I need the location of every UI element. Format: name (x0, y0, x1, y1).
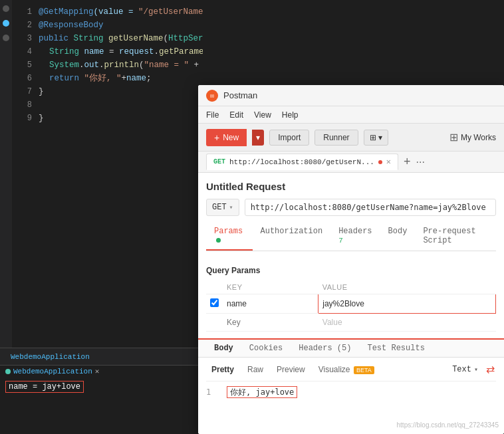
param-row-1: name jay%2Blove (206, 294, 496, 314)
ide-bottom-tabs: WebdemoApplication (0, 348, 203, 366)
method-badge: GET (213, 158, 225, 165)
subtab-raw[interactable]: Raw (242, 363, 269, 376)
col-header-key: KEY (223, 280, 318, 294)
url-bar: GET ▾ (206, 199, 496, 216)
postman-menu: File Edit View Help (198, 106, 504, 124)
tab-modified-dot (378, 160, 382, 164)
postman-titlebar: ✉ Postman (198, 85, 504, 106)
runner-button[interactable]: Runner (315, 130, 358, 146)
myworks-button[interactable]: ⊞ My Works (449, 131, 496, 144)
params-active-indicator (216, 238, 221, 243)
tab-body[interactable]: Body (380, 223, 416, 251)
params-table: KEY VALUE name jay%2Blove Val (206, 280, 496, 332)
sidebar-icon-3 (3, 35, 9, 41)
method-dropdown[interactable]: GET ▾ (206, 199, 239, 216)
import-button[interactable]: Import (269, 130, 309, 146)
response-content: 1 你好, jay+love (206, 381, 496, 403)
query-params-title: Query Params (206, 266, 496, 275)
col-header-value: VALUE (318, 280, 496, 294)
resp-tab-body[interactable]: Body (206, 340, 241, 357)
line-num-1: 1 (206, 387, 211, 397)
line-numbers: 1 2 3 4 5 6 7 8 9 (12, 0, 35, 125)
tab-headers[interactable]: Headers 7 (330, 223, 380, 251)
subtab-visualize[interactable]: Visualize BETA (313, 363, 380, 376)
app-label-2[interactable]: WebdemoApplication ✕ (0, 366, 203, 377)
new-tab-button[interactable]: + (401, 155, 414, 169)
subtab-pretty[interactable]: Pretty (206, 363, 239, 376)
param-key-1[interactable]: name (223, 294, 318, 314)
green-status-dot (5, 369, 11, 374)
resp-tab-test-results[interactable]: Test Results (359, 340, 432, 357)
new-button[interactable]: + New (206, 129, 247, 146)
postman-request-area: Untitled Request GET ▾ Params Authorizat… (198, 173, 504, 259)
param-value-empty[interactable]: Value (318, 314, 496, 332)
param-row-empty: Value (206, 314, 496, 332)
menu-help[interactable]: Help (282, 110, 299, 120)
new-dropdown-button[interactable]: ▾ (252, 130, 264, 146)
response-tabs: Body Cookies Headers (5) Test Results (198, 338, 504, 358)
request-title: Untitled Request (206, 181, 496, 192)
format-select[interactable]: Text ▾ (452, 365, 478, 374)
tab-close-icon[interactable]: ✕ (386, 157, 391, 167)
tab-pre-request[interactable]: Pre-request Script (415, 223, 496, 251)
url-input[interactable] (245, 199, 496, 216)
grid-icon: ⊞ (370, 133, 376, 142)
sidebar-icon-2 (3, 20, 9, 27)
console-value: name = jay+love (5, 381, 84, 393)
apps-button[interactable]: ⊞ ▾ (364, 130, 388, 146)
tab-authorization[interactable]: Authorization (253, 223, 331, 251)
param-checkbox-1[interactable] (210, 298, 219, 307)
subtab-preview[interactable]: Preview (271, 363, 311, 376)
menu-view[interactable]: View (254, 110, 271, 120)
resp-tab-cookies[interactable]: Cookies (241, 340, 291, 357)
param-value-1[interactable]: jay%2Blove (318, 294, 496, 314)
console-output: name = jay+love (0, 377, 203, 397)
postman-request-tabs: GET http://localhost:8080/getUserN... ✕ … (198, 152, 504, 173)
postman-logo: ✉ (206, 90, 218, 102)
app-label-1[interactable]: WebdemoApplication (5, 350, 95, 364)
beta-badge: BETA (354, 366, 374, 374)
param-key-empty[interactable] (227, 318, 315, 327)
response-value: 你好, jay+love (227, 386, 297, 398)
request-tab-1[interactable]: GET http://localhost:8080/getUserN... ✕ (206, 154, 398, 170)
resp-tab-headers[interactable]: Headers (5) (291, 340, 359, 357)
postman-panel: ✉ Postman File Edit View Help + New ▾ Im… (198, 85, 504, 434)
more-tabs-button[interactable]: ··· (416, 156, 425, 168)
postman-toolbar: + New ▾ Import Runner ⊞ ▾ ⊞ My Works (198, 124, 504, 152)
params-section: Query Params KEY VALUE name jay%2Blove (198, 259, 504, 338)
sidebar-icon-1 (3, 5, 9, 12)
menu-edit[interactable]: Edit (229, 110, 243, 120)
wrap-icon[interactable]: ⇄ (485, 362, 496, 377)
tab-params[interactable]: Params (206, 223, 253, 251)
col-header-check (206, 280, 223, 294)
postman-title: Postman (223, 90, 257, 100)
request-sub-tabs: Params Authorization Headers 7 Body Pre-… (206, 223, 496, 251)
response-subtabs: Pretty Raw Preview Visualize BETA Text ▾… (206, 358, 496, 381)
method-arrow-icon: ▾ (229, 203, 233, 211)
tab-url: http://localhost:8080/getUserN... (229, 158, 374, 166)
format-arrow-icon: ▾ (474, 366, 478, 374)
menu-file[interactable]: File (206, 110, 219, 120)
ide-bottom-panel: WebdemoApplication WebdemoApplication ✕ … (0, 348, 203, 434)
code-editor: @GetMapping(value = "/getUserName") @Res… (33, 0, 203, 130)
ide-panel: 1 2 3 4 5 6 7 8 9 @GetMapping(value = "/… (0, 0, 203, 434)
myworks-grid-icon: ⊞ (449, 131, 458, 144)
watermark: https://blog.csdn.net/qq_27243345 (397, 421, 499, 429)
